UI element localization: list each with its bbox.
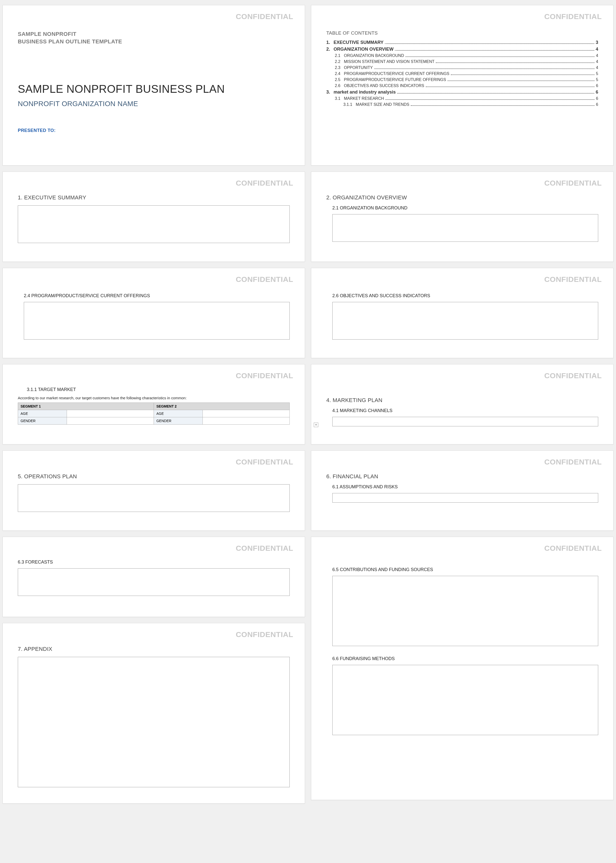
- watermark: CONFIDENTIAL: [236, 275, 293, 283]
- toc-page: 4: [596, 54, 598, 58]
- heading-org-overview: 2. ORGANIZATION OVERVIEW: [326, 194, 598, 201]
- heading-objectives: 2.6 OBJECTIVES AND SUCCESS INDICATORS: [332, 293, 598, 298]
- watermark: CONFIDENTIAL: [236, 372, 293, 380]
- toc-num: 2.1: [335, 54, 340, 58]
- heading-contributions: 6.5 CONTRIBUTIONS AND FUNDING SOURCES: [332, 567, 598, 572]
- toc-page: 4: [596, 47, 598, 52]
- watermark: CONFIDENTIAL: [236, 544, 293, 553]
- segment-2-header: SEGMENT 2: [154, 403, 289, 410]
- toc-page: 4: [596, 65, 598, 70]
- field-forecasts[interactable]: [18, 568, 290, 596]
- watermark: CONFIDENTIAL: [236, 12, 293, 21]
- presented-to: PRESENTED TO:: [18, 128, 290, 133]
- toc-entry[interactable]: 2.6OBJECTIVES AND SUCCESS INDICATORS6: [335, 83, 598, 88]
- toc-num: 2.: [326, 47, 330, 52]
- watermark: CONFIDENTIAL: [544, 372, 602, 380]
- doc-eyebrow: SAMPLE NONPROFIT BUSINESS PLAN OUTLINE T…: [18, 30, 290, 45]
- table-row: GENDER GENDER: [18, 417, 290, 425]
- toc-leader: [426, 87, 594, 87]
- toc-label: PROGRAM/PRODUCT/SERVICE FUTURE OFFERINGS: [344, 77, 446, 82]
- target-market-table: SEGMENT 1 SEGMENT 2 AGE AGE GENDER GENDE…: [18, 403, 290, 425]
- field-appendix[interactable]: [18, 657, 290, 787]
- toc-label: PROGRAM/PRODUCT/SERVICE CURRENT OFFERING…: [344, 71, 449, 76]
- toc-page: 6: [596, 102, 598, 107]
- seg1-gender-value[interactable]: [67, 417, 154, 425]
- heading-target-market: 3.1.1 TARGET MARKET: [27, 387, 290, 392]
- seg2-gender-label: GENDER: [154, 417, 203, 425]
- toc-label: ORGANIZATION BACKGROUND: [344, 54, 404, 58]
- toc-label: OBJECTIVES AND SUCCESS INDICATORS: [344, 83, 424, 88]
- toc-page: 5: [596, 77, 598, 82]
- toc-leader: [374, 68, 595, 69]
- field-operations-plan[interactable]: [18, 484, 290, 512]
- seg1-age-label: AGE: [18, 410, 67, 417]
- seg2-gender-value[interactable]: [203, 417, 290, 425]
- heading-operations-plan: 5. OPERATIONS PLAN: [18, 473, 290, 480]
- heading-appendix: 7. APPENDIX: [18, 646, 290, 652]
- toc-leader: [385, 43, 594, 44]
- eyebrow-line-2: BUSINESS PLAN OUTLINE TEMPLATE: [18, 38, 122, 45]
- page-marketing-plan: CONFIDENTIAL 4. MARKETING PLAN 4.1 MARKE…: [311, 364, 613, 444]
- field-objectives[interactable]: [332, 302, 598, 340]
- field-org-background[interactable]: [332, 214, 598, 242]
- toc-entry[interactable]: 2.1ORGANIZATION BACKGROUND4: [335, 54, 598, 58]
- page-current-offerings: CONFIDENTIAL 2.4 PROGRAM/PRODUCT/SERVICE…: [3, 268, 305, 358]
- seg2-age-value[interactable]: [203, 410, 290, 417]
- toc-label: MARKET RESEARCH: [344, 96, 384, 101]
- page-gallery: CONFIDENTIAL SAMPLE NONPROFIT BUSINESS P…: [3, 5, 613, 803]
- page-objectives: CONFIDENTIAL 2.6 OBJECTIVES AND SUCCESS …: [311, 268, 613, 358]
- toc-leader: [395, 50, 594, 50]
- toc-label: MARKET SIZE AND TRENDS: [356, 102, 410, 107]
- field-marketing-channels[interactable]: [332, 417, 598, 426]
- toc-leader: [436, 63, 594, 63]
- toc-entry[interactable]: 3.1.1MARKET SIZE AND TRENDS6: [343, 102, 598, 107]
- target-caption: According to our market research, our ta…: [18, 396, 290, 400]
- toc-num: 2.6: [335, 83, 340, 88]
- field-exec-summary[interactable]: [18, 205, 290, 243]
- watermark: CONFIDENTIAL: [544, 179, 602, 187]
- heading-exec-summary: 1. EXECUTIVE SUMMARY: [18, 194, 290, 201]
- watermark: CONFIDENTIAL: [544, 544, 602, 553]
- table-row: AGE AGE: [18, 410, 290, 417]
- toc-page: 6: [596, 83, 598, 88]
- toc-leader: [385, 99, 594, 100]
- toc-entry[interactable]: 2.5PROGRAM/PRODUCT/SERVICE FUTURE OFFERI…: [335, 77, 598, 82]
- field-contributions[interactable]: [332, 576, 598, 646]
- seg1-age-value[interactable]: [67, 410, 154, 417]
- toc-label: market and industry analysis: [333, 90, 396, 95]
- toc-label: MISSION STATEMENT AND VISION STATEMENT: [344, 60, 434, 64]
- toc-entry[interactable]: 2.3OPPORTUNITY4: [335, 65, 598, 70]
- doc-subtitle: NONPROFIT ORGANIZATION NAME: [18, 100, 290, 108]
- heading-assumptions: 6.1 ASSUMPTIONS AND RISKS: [332, 484, 598, 490]
- toc-entry[interactable]: 2.4PROGRAM/PRODUCT/SERVICE CURRENT OFFER…: [335, 71, 598, 76]
- toc-page: 3: [596, 40, 598, 45]
- expand-icon[interactable]: +: [314, 423, 318, 427]
- toc-entry[interactable]: 2.ORGANIZATION OVERVIEW4: [326, 47, 598, 52]
- toc-leader: [397, 93, 594, 93]
- field-current-offerings[interactable]: [24, 302, 290, 340]
- field-fundraising[interactable]: [332, 665, 598, 735]
- toc-num: 2.4: [335, 71, 340, 76]
- field-assumptions[interactable]: [332, 493, 598, 502]
- page-funding: CONFIDENTIAL 6.5 CONTRIBUTIONS AND FUNDI…: [311, 537, 613, 800]
- heading-financial-plan: 6. FINANCIAL PLAN: [326, 473, 598, 480]
- toc-page: 4: [596, 60, 598, 64]
- toc-num: 3.1: [335, 96, 340, 101]
- toc-num: 2.2: [335, 60, 340, 64]
- heading-forecasts: 6.3 FORECASTS: [18, 559, 290, 565]
- heading-fundraising: 6.6 FUNDRAISING METHODS: [332, 656, 598, 661]
- watermark: CONFIDENTIAL: [236, 179, 293, 187]
- toc-num: 3.: [326, 90, 330, 95]
- toc-entry[interactable]: 1.EXECUTIVE SUMMARY3: [326, 40, 598, 45]
- page-exec-summary: CONFIDENTIAL 1. EXECUTIVE SUMMARY: [3, 172, 305, 262]
- toc-entry[interactable]: 2.2MISSION STATEMENT AND VISION STATEMEN…: [335, 60, 598, 64]
- watermark: CONFIDENTIAL: [236, 458, 293, 466]
- toc-entry[interactable]: 3.market and industry analysis6: [326, 90, 598, 95]
- page-operations-plan: CONFIDENTIAL 5. OPERATIONS PLAN: [3, 450, 305, 531]
- toc-num: 2.3: [335, 65, 340, 70]
- seg1-gender-label: GENDER: [18, 417, 67, 425]
- toc-label: OPPORTUNITY: [344, 65, 372, 70]
- watermark: CONFIDENTIAL: [544, 12, 602, 21]
- heading-current-offerings: 2.4 PROGRAM/PRODUCT/SERVICE CURRENT OFFE…: [24, 293, 290, 298]
- toc-entry[interactable]: 3.1MARKET RESEARCH6: [335, 96, 598, 101]
